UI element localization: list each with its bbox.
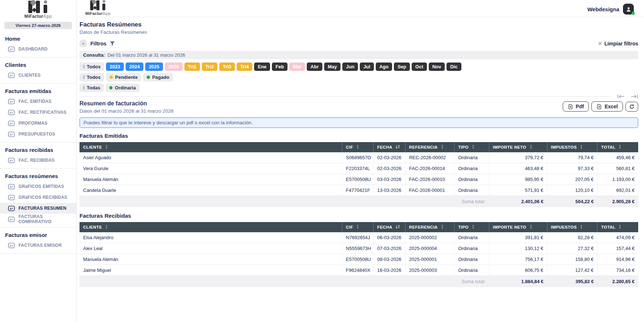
sidebar-item-facturas-comparativo[interactable]: FACTURAS COMPARATIVO (0, 214, 76, 225)
sidebar-item-gr-ficos-recibidas[interactable]: GRáFICOS RECIBIDAS (0, 192, 76, 203)
current-date-pill: Viernes 27-marzo-2026 (4, 22, 72, 29)
sum-total-value: 395,82 € (547, 276, 598, 287)
sidebar-item-presupuestos[interactable]: PRESUPUESTOS (0, 129, 76, 140)
sidebar-item-label: CLIENTES (19, 73, 41, 78)
filter-chip-pendiente[interactable]: Pendiente (106, 73, 141, 81)
page-subtitle: Datos de Facturas Resúmenes (80, 29, 638, 35)
sort-toggle-icon (618, 225, 621, 230)
sidebar-item-fac-emitidas[interactable]: FAC. EMITIDAS (0, 96, 76, 107)
column-header-tipo[interactable]: TIPO (455, 222, 489, 232)
cell-importe-neto: 463,48 € (489, 163, 547, 174)
column-header-total[interactable]: TOTAL (598, 142, 638, 152)
filter-chip-nov[interactable]: Nov (429, 63, 445, 71)
column-header-impuestos[interactable]: IMPUESTOS (547, 142, 598, 152)
filter-chip-may[interactable]: May (324, 63, 341, 71)
sidebar-item-facturas-emisor[interactable]: FACTURAS EMISOR (0, 240, 76, 251)
column-header-referencia[interactable]: REFERENCIA (405, 222, 454, 232)
sidebar-item-dashboard[interactable]: DASHBOARD (0, 44, 76, 55)
sidebar-item-gr-ficos-emitidas[interactable]: GRáFICOS EMITIDAS (0, 181, 76, 192)
app-logo: MiFacturApp (0, 1, 76, 19)
filter-chip-todos[interactable]: Todos (80, 63, 104, 71)
filter-chip-tri4[interactable]: Tri4 (237, 63, 252, 71)
refresh-icon (629, 104, 635, 109)
column-header-importe-neto[interactable]: IMPORTE NETO (489, 222, 547, 232)
column-header-total[interactable]: TOTAL (598, 222, 638, 232)
export-excel-button[interactable]: Excel (591, 101, 623, 112)
filter-chip-ene[interactable]: Ene (254, 63, 270, 71)
cell-referencia: 2025-000001 (405, 254, 454, 265)
column-header-referencia[interactable]: REFERENCIA (405, 142, 454, 152)
scroll-left-button[interactable] (617, 94, 625, 99)
filter-chip-sep[interactable]: Sep (394, 63, 410, 71)
cell-total: 914,96 € (598, 254, 638, 265)
user-menu[interactable]: Webdesigna (587, 4, 634, 15)
drag-handle-icon (83, 86, 85, 90)
invoice-row[interactable]: Elsa AlejandroN7692654J06-03-20262025-00… (80, 232, 638, 243)
table-header-row: CLIENTECIFFECHAAZREFERENCIATIPOIMPORTE N… (80, 142, 638, 152)
column-header-cif[interactable]: CIF (342, 142, 373, 152)
sidebar-item-facturas-resumen[interactable]: FACTURAS RESUMEN (0, 203, 76, 214)
filter-chip-pagado[interactable]: Pagado (143, 73, 173, 81)
sidebar-nav: HomeDASHBOARDClientesCLIENTESFacturas em… (0, 33, 76, 254)
cell-cif: E5700508U (342, 254, 373, 265)
invoice-row[interactable]: Manuela AlemánE5700508U08-03-20262025-00… (80, 254, 638, 265)
filter-chip-tri3[interactable]: Tri3 (219, 63, 235, 71)
filter-chip-2025[interactable]: 2025 (145, 63, 163, 71)
column-header-cliente[interactable]: CLIENTE (80, 222, 342, 232)
filter-funnel-icon[interactable] (110, 41, 115, 46)
invoice-row[interactable]: Candela DuarteF4770421F13-03-2026FAC-202… (80, 185, 638, 196)
filter-chip-tri1[interactable]: Tri1 (184, 63, 200, 71)
invoice-row[interactable]: Manuela AlemánE5700508U03-03-2026FAC-202… (80, 174, 638, 185)
clear-filters-button[interactable]: × Limpiar filtros (598, 41, 638, 47)
invoice-card-icon (8, 217, 15, 222)
filter-chip-dic[interactable]: Dic (447, 63, 461, 71)
export-pdf-button[interactable]: Pdf (563, 101, 589, 112)
main-area: MiFacturApp Webdesigna Facturas Resúmene… (77, 0, 644, 322)
cell-importe-neto: 571,91 € (489, 185, 547, 196)
filter-chip-jun[interactable]: Jun (342, 63, 358, 71)
filter-chip-mar[interactable]: Mar (289, 63, 305, 71)
cell-fecha: 07-03-2026 (374, 243, 405, 254)
invoice-row[interactable]: Alex LealN5559673H07-03-20262025-000004O… (80, 243, 638, 254)
column-header-fecha[interactable]: FECHAAZ (374, 142, 405, 152)
cell-fecha: 03-03-2026 (374, 174, 405, 185)
cell-cif: F2203374L (342, 163, 373, 174)
column-header-impuestos[interactable]: IMPUESTOS (547, 222, 598, 232)
cell-cliente: Alex Leal (80, 243, 342, 254)
filter-chip-jul[interactable]: Jul (360, 63, 374, 71)
filter-chip-todos[interactable]: Todos (80, 73, 104, 81)
filter-chip-oct[interactable]: Oct (412, 63, 427, 71)
sidebar-item-proformas[interactable]: PROFORMAS (0, 118, 76, 129)
column-header-tipo[interactable]: TIPO (455, 142, 489, 152)
filter-chip-2026[interactable]: 2026 (165, 63, 183, 71)
cell-importe-neto: 379,72 € (489, 152, 547, 163)
sidebar-item-label: FAC. EMITIDAS (19, 99, 52, 104)
scroll-right-button[interactable] (631, 94, 638, 99)
add-filter-button[interactable]: + (80, 40, 87, 47)
filter-chip-2023[interactable]: 2023 (106, 63, 124, 71)
filter-chip-ago[interactable]: Ago (376, 63, 392, 71)
invoice-row[interactable]: Asier AguadoS0689657O02-03-2026REC-2026-… (80, 152, 638, 163)
sidebar-item-label: GRáFICOS EMITIDAS (19, 184, 64, 189)
sort-alpha-desc-icon: AZ (395, 145, 400, 150)
invoice-row[interactable]: Vera GuruleF2203374L02-03-2026FAC-2026-0… (80, 163, 638, 174)
column-header-cif[interactable]: CIF (342, 222, 373, 232)
filter-chip-2024[interactable]: 2024 (126, 63, 143, 71)
column-header-importe-neto[interactable]: IMPORTE NETO (489, 142, 547, 152)
invoice-row[interactable]: Jaime MiguelF9624840X16-03-20262025-0000… (80, 265, 638, 276)
filter-chip-feb[interactable]: Feb (272, 63, 288, 71)
avatar[interactable] (623, 4, 634, 15)
filter-chip-todas[interactable]: Todas (80, 84, 104, 92)
person-icon (625, 6, 632, 13)
filter-chip-tri2[interactable]: Tri2 (202, 63, 217, 71)
column-header-fecha[interactable]: FECHAAZ (374, 222, 405, 232)
drag-handle-icon (83, 75, 85, 79)
cell-cif: N7692654J (342, 232, 373, 243)
sidebar-item-fac-recibidas[interactable]: FAC. RECIBIDAS (0, 155, 76, 166)
filter-chip-ordinaria[interactable]: Ordinaria (106, 84, 139, 92)
sidebar-item-clientes[interactable]: CLIENTES (0, 70, 76, 81)
column-header-cliente[interactable]: CLIENTE (80, 142, 342, 152)
sidebar-item-fac-rectificativas[interactable]: FAC. RECTIFICATIVAS (0, 107, 76, 118)
filter-chip-abr[interactable]: Abr (307, 63, 322, 71)
refresh-button[interactable] (625, 102, 638, 112)
